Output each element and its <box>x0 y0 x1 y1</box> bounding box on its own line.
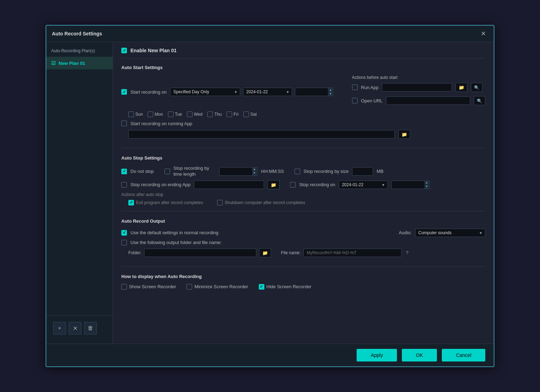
footer: Apply OK Cancel <box>46 344 494 366</box>
app-input-row <box>128 130 485 139</box>
day-mon: Mon <box>148 111 163 117</box>
do-not-stop-label: Do not stop <box>130 169 154 174</box>
stop-by-size-checkbox[interactable] <box>295 169 300 174</box>
display-title: How to display when Auto Recording <box>121 274 485 279</box>
day-sat: Sat <box>243 111 257 117</box>
folder-input[interactable]: C:\Users\A\Music\ <box>144 249 256 257</box>
run-app-search-btn[interactable] <box>471 83 482 92</box>
open-url-search-btn[interactable] <box>474 96 485 105</box>
stop-time-down-btn[interactable]: ▼ <box>252 171 257 175</box>
folder-browse-btn[interactable] <box>259 248 271 257</box>
sidebar-actions: + ✕ 🗑 <box>50 319 109 337</box>
stop-date-dropdown[interactable]: 2024-01-22 <box>339 181 388 189</box>
run-app-folder-btn[interactable] <box>455 83 467 92</box>
schedule-dropdown[interactable]: Specified Day Only Every Day Weekdays We… <box>170 88 240 96</box>
stop-time-up-btn[interactable]: ▲ <box>252 168 257 171</box>
start-recording-on-label: Start recording on <box>130 89 167 95</box>
day-tue-checkbox[interactable] <box>168 111 174 117</box>
audio-label: Audio: <box>399 230 412 235</box>
ok-button[interactable]: OK <box>402 349 437 361</box>
day-sun-checkbox[interactable] <box>128 111 134 117</box>
exit-label: Exit program after record completes <box>136 200 203 205</box>
open-url-input[interactable] <box>386 96 470 105</box>
show-recorder-checkbox[interactable] <box>121 284 127 290</box>
actions-after-row: ✓ Exit program after record completes Sh… <box>128 200 485 205</box>
run-app-folder-icon <box>459 85 464 90</box>
day-fri-checkbox[interactable] <box>227 111 232 117</box>
main-content: ✓ Enable New Plan 01 Auto Start Settings… <box>113 42 494 344</box>
exit-checkbox[interactable]: ✓ <box>128 200 134 205</box>
stop-by-time-checkbox[interactable] <box>164 169 170 174</box>
day-fri: Fri <box>227 111 238 117</box>
sidebar-item-new-plan-01[interactable]: ☑ New Plan 01 <box>46 57 113 69</box>
use-custom-checkbox[interactable] <box>121 240 127 245</box>
open-url-checkbox[interactable] <box>352 98 358 103</box>
open-url-search-icon <box>477 98 482 103</box>
shutdown-action-item: Shutdown computer after record completes <box>217 200 305 205</box>
shutdown-checkbox[interactable] <box>217 200 223 205</box>
start-time-up-btn[interactable]: ▲ <box>328 88 333 92</box>
enable-checkbox[interactable]: ✓ <box>121 48 127 53</box>
use-default-checkbox[interactable]: ✓ <box>121 230 127 236</box>
day-tue: Tue <box>168 111 182 117</box>
start-recording-on-checkbox[interactable]: ✓ <box>121 89 127 95</box>
use-custom-label: Use the following output folder and file… <box>130 240 222 245</box>
stop-on-ending-app-checkbox[interactable] <box>121 182 127 188</box>
stop-time-spinner: 00:05:00 ▲ ▼ <box>219 167 258 176</box>
filename-input[interactable] <box>303 249 401 257</box>
stop-date-select-wrap: 2024-01-22 <box>339 181 388 189</box>
start-recording-on-row: ✓ Start recording on Specified Day Only … <box>121 75 485 109</box>
minimize-recorder-item: Minimize Screen Recorder <box>187 284 248 290</box>
use-default-label: Use the default settings in normal recor… <box>130 230 218 235</box>
day-mon-label: Mon <box>155 112 163 117</box>
hide-recorder-checkbox[interactable]: ✓ <box>259 284 264 290</box>
enable-label: Enable New Plan 01 <box>130 48 177 53</box>
stop-datetime-down-btn[interactable]: ▼ <box>424 185 429 189</box>
day-mon-checkbox[interactable] <box>148 111 153 117</box>
stop-options-row: ✓ Do not stop Stop recording by time len… <box>121 165 485 177</box>
filename-label: File name: <box>281 250 301 255</box>
day-tue-label: Tue <box>175 112 182 117</box>
audio-select-wrap: Computer sounds Microphone None <box>415 229 485 237</box>
day-sat-label: Sat <box>250 112 257 117</box>
day-thu-checkbox[interactable] <box>207 111 213 117</box>
start-time-spinner-btns: ▲ ▼ <box>328 88 333 96</box>
start-time-down-btn[interactable]: ▼ <box>328 92 333 96</box>
start-on-app-folder-btn[interactable] <box>398 130 410 139</box>
hide-recorder-item: ✓ Hide Screen Recorder <box>259 284 312 290</box>
audio-dropdown[interactable]: Computer sounds Microphone None <box>415 229 485 237</box>
actions-before-label: Actions before auto start <box>352 75 485 80</box>
stop-app-folder-btn[interactable] <box>268 180 279 189</box>
minimize-recorder-checkbox[interactable] <box>187 284 192 290</box>
stop-by-size-label: Stop recording by size <box>304 169 349 174</box>
date-dropdown[interactable]: 2024-01-22 <box>243 88 292 96</box>
schedule-select-wrap: Specified Day Only Every Day Weekdays We… <box>170 88 240 96</box>
start-on-app-checkbox[interactable] <box>121 121 127 126</box>
stop-size-input[interactable]: 30 <box>352 167 373 176</box>
run-app-checkbox[interactable] <box>352 85 358 90</box>
date-select-wrap: 2024-01-22 <box>243 88 292 96</box>
run-app-input[interactable] <box>382 83 452 92</box>
day-sat-checkbox[interactable] <box>243 111 249 117</box>
shutdown-label: Shutdown computer after record completes <box>225 200 305 205</box>
delete-plan-button[interactable]: 🗑 <box>84 322 97 334</box>
stop-on-ending-app-input[interactable] <box>194 181 264 189</box>
time-unit-label: HH:MM:SS <box>261 169 284 174</box>
add-plan-button[interactable]: + <box>53 322 66 334</box>
filename-help-icon[interactable]: ? <box>406 250 408 255</box>
apply-button[interactable]: Apply <box>357 349 397 361</box>
size-unit-label: MB <box>377 169 384 174</box>
show-recorder-label: Show Screen Recorder <box>129 284 176 289</box>
stop-datetime-up-btn[interactable]: ▲ <box>424 181 429 185</box>
remove-plan-button[interactable]: ✕ <box>69 322 81 334</box>
day-wed-checkbox[interactable] <box>187 111 193 117</box>
start-on-app-input[interactable] <box>128 130 395 138</box>
run-app-row: Run App <box>352 83 485 92</box>
close-button[interactable]: ✕ <box>479 29 488 38</box>
sidebar: Auto-Recording Plan(s) ☑ New Plan 01 + ✕… <box>46 42 113 344</box>
start-on-app-label: Start recording on running App <box>130 121 192 126</box>
stop-recording-on-checkbox[interactable] <box>290 182 296 188</box>
day-sun-label: Sun <box>135 112 143 117</box>
cancel-button[interactable]: Cancel <box>442 349 485 361</box>
do-not-stop-checkbox[interactable]: ✓ <box>121 169 127 174</box>
